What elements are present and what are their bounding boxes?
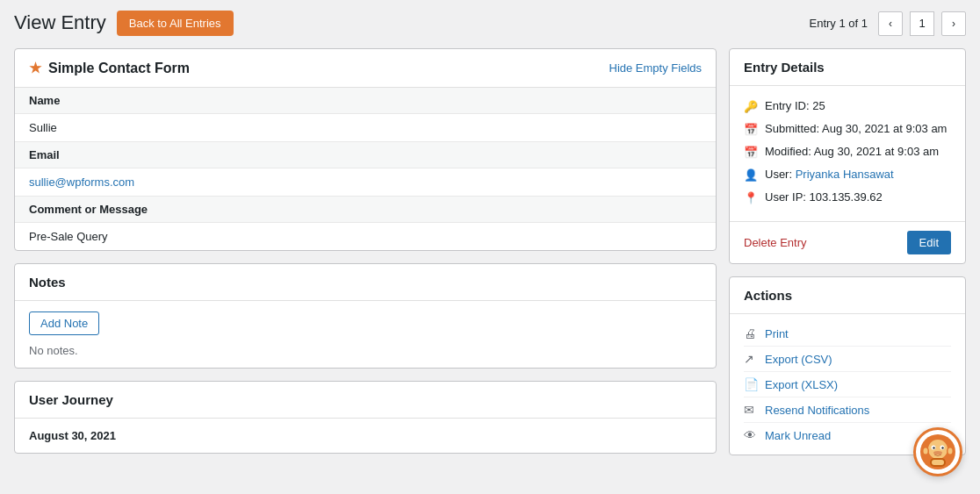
action-print[interactable]: 🖨 Print [744, 321, 951, 347]
print-icon: 🖨 [744, 326, 758, 340]
entry-details-footer: Delete Entry Edit [730, 221, 965, 263]
calendar-modified-icon: 📅 [744, 146, 758, 159]
user-icon: 👤 [744, 168, 758, 182]
notes-card: Notes Add Note No notes. [14, 263, 717, 369]
user-journey-date: August 30, 2021 [29, 429, 702, 442]
entry-details-card: Entry Details 🔑 Entry ID: 25 📅 Submitted… [729, 48, 966, 264]
left-column: ★ Simple Contact Form Hide Empty Fields … [14, 48, 717, 454]
delete-entry-link[interactable]: Delete Entry [744, 236, 807, 249]
field-value-name: Sullie [15, 114, 716, 142]
form-card-title: ★ Simple Contact Form [29, 60, 190, 76]
entry-pagination-label: Entry 1 of 1 [810, 17, 868, 30]
location-icon: 📍 [744, 191, 758, 204]
notes-title: Notes [15, 264, 716, 301]
star-icon: ★ [29, 60, 41, 76]
field-label-email: Email [15, 142, 716, 168]
svg-point-12 [948, 448, 953, 455]
entry-details-body: 🔑 Entry ID: 25 📅 Submitted: Aug 30, 2021… [730, 86, 965, 218]
mark-unread-icon: 👁 [744, 428, 758, 442]
pagination-current-page: 1 [910, 11, 934, 36]
user-text: User: Priyanka Hansawat [765, 168, 894, 181]
detail-entry-id: 🔑 Entry ID: 25 [744, 95, 951, 118]
action-export-xlsx[interactable]: 📄 Export (XLSX) [744, 372, 951, 397]
pagination-next-button[interactable]: › [941, 11, 966, 36]
svg-point-5 [941, 447, 943, 448]
resend-icon: ✉ [744, 403, 758, 417]
main-layout: ★ Simple Contact Form Hide Empty Fields … [14, 48, 966, 455]
pagination-prev-button[interactable]: ‹ [878, 11, 903, 36]
action-mark-unread-label: Mark Unread [765, 429, 831, 442]
calendar-submitted-icon: 📅 [744, 123, 758, 136]
wpforms-mascot-button[interactable] [913, 427, 962, 476]
action-export-csv-label: Export (CSV) [765, 353, 832, 366]
mascot-icon [919, 433, 956, 470]
svg-point-6 [933, 451, 942, 455]
svg-point-4 [933, 447, 934, 448]
svg-rect-8 [932, 460, 944, 465]
entry-details-title: Entry Details [730, 49, 965, 86]
header-left: View Entry Back to All Entries [14, 11, 234, 36]
action-resend-label: Resend Notifications [765, 404, 869, 417]
action-resend-notifications[interactable]: ✉ Resend Notifications [744, 397, 951, 423]
add-note-button[interactable]: Add Note [29, 311, 99, 335]
user-journey-body: August 30, 2021 [15, 419, 716, 453]
field-value-email: sullie@wpforms.com [15, 168, 716, 197]
hide-empty-fields-link[interactable]: Hide Empty Fields [609, 61, 702, 75]
header-right: Entry 1 of 1 ‹ 1 › [810, 11, 966, 36]
form-card-header: ★ Simple Contact Form Hide Empty Fields [15, 49, 716, 88]
page-title: View Entry [14, 11, 106, 34]
action-export-xlsx-label: Export (XLSX) [765, 378, 838, 391]
action-print-label: Print [765, 327, 789, 340]
user-ip-text: User IP: 103.135.39.62 [765, 190, 883, 204]
action-export-csv[interactable]: ↗ Export (CSV) [744, 347, 951, 372]
no-notes-text: No notes. [29, 344, 702, 357]
key-icon: 🔑 [744, 100, 758, 113]
user-journey-title: User Journey [15, 382, 716, 419]
right-column: Entry Details 🔑 Entry ID: 25 📅 Submitted… [729, 48, 966, 455]
export-xlsx-icon: 📄 [744, 377, 758, 391]
field-label-comment: Comment or Message [15, 197, 716, 223]
back-to-all-entries-button[interactable]: Back to All Entries [117, 11, 234, 36]
export-csv-icon: ↗ [744, 352, 758, 366]
form-card: ★ Simple Contact Form Hide Empty Fields … [14, 48, 717, 251]
detail-user-ip: 📍 User IP: 103.135.39.62 [744, 186, 951, 209]
email-link[interactable]: sullie@wpforms.com [29, 175, 134, 189]
user-journey-card: User Journey August 30, 2021 [14, 381, 717, 454]
submitted-text: Submitted: Aug 30, 2021 at 9:03 am [765, 122, 947, 135]
edit-button[interactable]: Edit [907, 231, 951, 254]
detail-user: 👤 User: Priyanka Hansawat [744, 163, 951, 186]
modified-text: Modified: Aug 30, 2021 at 9:03 am [765, 145, 939, 158]
actions-title: Actions [730, 277, 965, 314]
field-label-name: Name [15, 88, 716, 114]
form-name: Simple Contact Form [48, 61, 190, 76]
detail-modified: 📅 Modified: Aug 30, 2021 at 9:03 am [744, 140, 951, 163]
user-link[interactable]: Priyanka Hansawat [796, 168, 894, 181]
field-value-comment: Pre-Sale Query [15, 223, 716, 250]
svg-point-11 [924, 448, 928, 455]
notes-body: Add Note No notes. [15, 301, 716, 368]
entry-id-text: Entry ID: 25 [765, 99, 825, 112]
detail-submitted: 📅 Submitted: Aug 30, 2021 at 9:03 am [744, 118, 951, 140]
page-header: View Entry Back to All Entries Entry 1 o… [14, 11, 966, 36]
